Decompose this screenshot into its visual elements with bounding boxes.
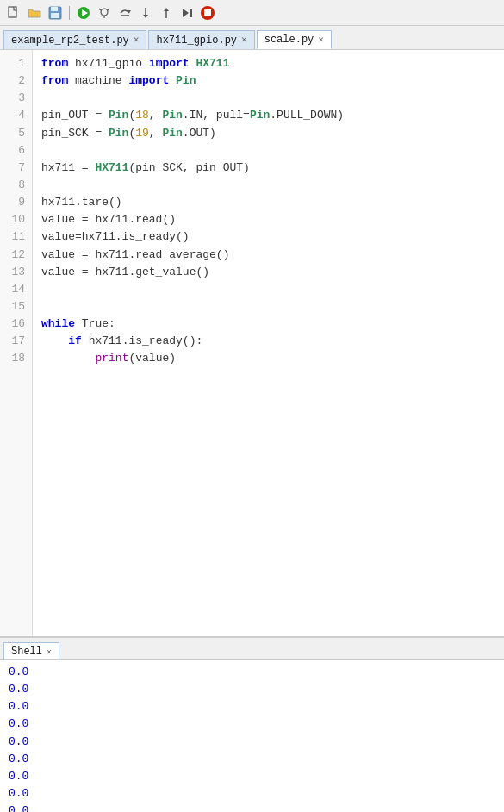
save-file-button[interactable] <box>47 4 64 22</box>
line-num: 7 <box>7 159 25 177</box>
line-num: 6 <box>7 142 25 159</box>
svg-point-6 <box>101 9 108 16</box>
line-num: 17 <box>7 333 25 350</box>
shell-output-line: 0.0 <box>9 698 495 715</box>
line-num: 1 <box>7 55 25 72</box>
shell-output-line: 0.0 <box>9 768 495 785</box>
resume-button[interactable] <box>178 4 196 22</box>
tab-hx711-gpio[interactable]: hx711_gpio.py ✕ <box>148 30 254 49</box>
line-num: 18 <box>7 350 25 367</box>
shell-tab-bar: Shell ✕ <box>0 638 504 660</box>
svg-rect-3 <box>51 13 59 18</box>
line-num: 12 <box>7 247 25 264</box>
editor: 1 2 3 4 5 6 7 8 9 10 11 12 13 14 15 16 1… <box>0 50 504 636</box>
svg-marker-15 <box>164 8 169 11</box>
step-out-button[interactable] <box>158 4 175 22</box>
separator-1 <box>69 6 70 20</box>
line-num: 2 <box>7 72 25 90</box>
shell-output-line: 0.0 <box>9 681 495 698</box>
shell-output[interactable]: 0.0 0.0 0.0 0.0 0.0 0.0 0.0 0.0 0.0 0.0 <box>0 660 504 812</box>
run-button[interactable] <box>75 4 92 22</box>
code-editor[interactable]: from hx711_gpio import HX711 from machin… <box>33 50 504 636</box>
line-num: 14 <box>7 281 25 298</box>
tab-close-3[interactable]: ✕ <box>318 35 324 45</box>
svg-rect-2 <box>51 7 58 11</box>
shell-output-line: 0.0 <box>9 734 495 751</box>
line-num: 13 <box>7 264 25 281</box>
shell-output-line: 0.0 <box>9 785 495 803</box>
line-num: 11 <box>7 228 25 246</box>
svg-marker-13 <box>143 15 148 18</box>
tab-example-rp2-test[interactable]: example_rp2_test.py ✕ <box>3 30 146 49</box>
svg-rect-19 <box>204 9 211 16</box>
tab-label: scale.py <box>264 34 314 46</box>
svg-rect-17 <box>190 9 192 17</box>
shell-output-line: 0.0 <box>9 664 495 681</box>
tab-bar: example_rp2_test.py ✕ hx711_gpio.py ✕ sc… <box>0 26 504 50</box>
step-over-button[interactable] <box>116 4 134 22</box>
line-num: 9 <box>7 194 25 211</box>
step-into-button[interactable] <box>137 4 154 22</box>
code-area: 1 2 3 4 5 6 7 8 9 10 11 12 13 14 15 16 1… <box>0 50 504 636</box>
svg-line-9 <box>108 9 109 10</box>
shell-output-line: 0.0 <box>9 803 495 812</box>
shell-panel: Shell ✕ 0.0 0.0 0.0 0.0 0.0 0.0 0.0 0.0 … <box>0 636 504 812</box>
debug-button[interactable] <box>96 4 113 22</box>
line-num: 10 <box>7 211 25 228</box>
shell-output-line: 0.0 <box>9 751 495 768</box>
toolbar <box>0 0 504 26</box>
tab-label: hx711_gpio.py <box>156 34 237 47</box>
line-num: 4 <box>7 107 25 124</box>
line-num: 3 <box>7 90 25 107</box>
shell-tab[interactable]: Shell ✕ <box>3 642 59 659</box>
tab-label: example_rp2_test.py <box>11 34 129 47</box>
line-numbers: 1 2 3 4 5 6 7 8 9 10 11 12 13 14 15 16 1… <box>0 50 33 636</box>
tab-close-1[interactable]: ✕ <box>134 35 140 45</box>
svg-marker-16 <box>183 9 189 17</box>
shell-tab-label: Shell <box>11 646 42 658</box>
tab-close-2[interactable]: ✕ <box>241 35 247 45</box>
shell-tab-close[interactable]: ✕ <box>47 646 52 657</box>
open-file-button[interactable] <box>26 4 43 22</box>
stop-button[interactable] <box>199 4 216 22</box>
shell-output-line: 0.0 <box>9 715 495 733</box>
new-file-button[interactable] <box>5 4 22 22</box>
line-num: 5 <box>7 125 25 142</box>
line-num: 15 <box>7 298 25 315</box>
line-num: 16 <box>7 315 25 333</box>
line-num: 8 <box>7 177 25 194</box>
tab-scale-py[interactable]: scale.py ✕ <box>257 30 332 49</box>
svg-line-8 <box>99 9 101 10</box>
